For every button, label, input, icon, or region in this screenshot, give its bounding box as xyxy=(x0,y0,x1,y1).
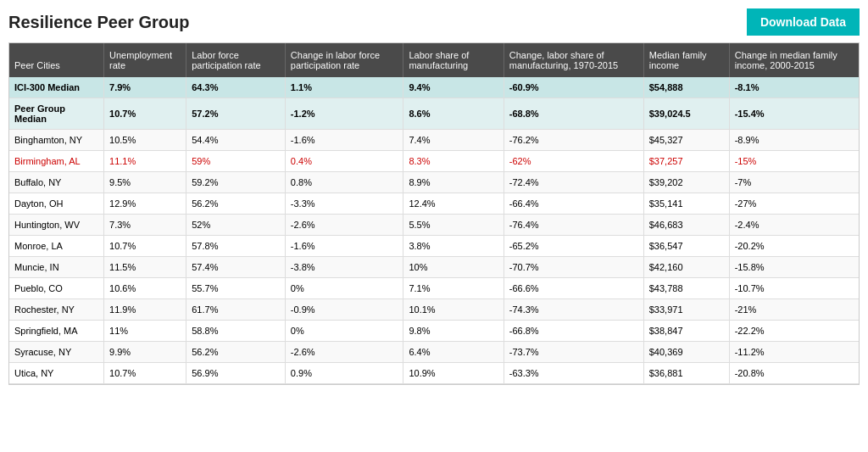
cell-change_income: -7% xyxy=(729,172,859,193)
cell-change_income: -10.7% xyxy=(729,278,859,299)
cell-lfp: 54.4% xyxy=(186,130,286,151)
cell-change_lfp: -1.2% xyxy=(285,98,403,130)
cell-median_income: $35,141 xyxy=(643,193,729,215)
table-header-row: Peer Cities Unemployment rate Labor forc… xyxy=(9,43,859,77)
cell-lfp: 57.8% xyxy=(186,236,286,257)
cell-change_labor: -66.8% xyxy=(504,321,643,342)
cell-labor_share: 9.8% xyxy=(403,321,504,342)
cell-city: Monroe, LA xyxy=(9,236,104,257)
cell-city: Syracuse, NY xyxy=(9,342,104,363)
cell-labor_share: 10% xyxy=(403,257,504,278)
cell-lfp: 61.7% xyxy=(186,299,286,321)
cell-unemployment: 10.7% xyxy=(104,98,186,130)
cell-median_income: $36,547 xyxy=(643,236,729,257)
cell-city: Peer Group Median xyxy=(9,98,104,130)
col-header-labor-share: Labor share of manufacturing xyxy=(403,43,504,77)
cell-change_labor: -65.2% xyxy=(504,236,643,257)
cell-unemployment: 11.9% xyxy=(104,299,186,321)
cell-labor_share: 9.4% xyxy=(403,77,504,98)
cell-change_income: -27% xyxy=(729,193,859,215)
cell-unemployment: 10.6% xyxy=(104,278,186,299)
table-row: ICI-300 Median7.9%64.3%1.1%9.4%-60.9%$54… xyxy=(9,77,859,98)
cell-labor_share: 3.8% xyxy=(403,236,504,257)
cell-city: Muncie, IN xyxy=(9,257,104,278)
table-row: Birmingham, AL11.1%59%0.4%8.3%-62%$37,25… xyxy=(9,151,859,172)
cell-change_labor: -68.8% xyxy=(504,98,643,130)
table-body: ICI-300 Median7.9%64.3%1.1%9.4%-60.9%$54… xyxy=(9,77,859,384)
cell-lfp: 59.2% xyxy=(186,172,286,193)
cell-change_income: -8.1% xyxy=(729,77,859,98)
cell-median_income: $36,881 xyxy=(643,363,729,384)
table-row: Huntington, WV7.3%52%-2.6%5.5%-76.4%$46,… xyxy=(9,215,859,236)
cell-city: Huntington, WV xyxy=(9,215,104,236)
cell-median_income: $43,788 xyxy=(643,278,729,299)
cell-change_income: -21% xyxy=(729,299,859,321)
col-header-change-income: Change in median family income, 2000-201… xyxy=(729,43,859,77)
data-table-container: Peer Cities Unemployment rate Labor forc… xyxy=(8,42,860,385)
table-row: Binghamton, NY10.5%54.4%-1.6%7.4%-76.2%$… xyxy=(9,130,859,151)
cell-change_lfp: 1.1% xyxy=(285,77,403,98)
cell-city: ICI-300 Median xyxy=(9,77,104,98)
table-row: Peer Group Median10.7%57.2%-1.2%8.6%-68.… xyxy=(9,98,859,130)
col-header-change-lfp: Change in labor force participation rate xyxy=(285,43,403,77)
cell-city: Pueblo, CO xyxy=(9,278,104,299)
cell-change_income: -2.4% xyxy=(729,215,859,236)
cell-change_lfp: -1.6% xyxy=(285,130,403,151)
cell-change_lfp: -3.8% xyxy=(285,257,403,278)
data-table: Peer Cities Unemployment rate Labor forc… xyxy=(9,43,859,384)
table-row: Rochester, NY11.9%61.7%-0.9%10.1%-74.3%$… xyxy=(9,299,859,321)
cell-labor_share: 8.9% xyxy=(403,172,504,193)
cell-change_labor: -73.7% xyxy=(504,342,643,363)
cell-lfp: 52% xyxy=(186,215,286,236)
cell-labor_share: 8.3% xyxy=(403,151,504,172)
cell-median_income: $46,683 xyxy=(643,215,729,236)
download-button[interactable]: Download Data xyxy=(747,8,860,36)
cell-change_lfp: -3.3% xyxy=(285,193,403,215)
cell-lfp: 56.2% xyxy=(186,193,286,215)
cell-change_income: -20.2% xyxy=(729,236,859,257)
table-row: Buffalo, NY9.5%59.2%0.8%8.9%-72.4%$39,20… xyxy=(9,172,859,193)
cell-median_income: $54,888 xyxy=(643,77,729,98)
cell-unemployment: 7.9% xyxy=(104,77,186,98)
cell-unemployment: 9.5% xyxy=(104,172,186,193)
table-row: Monroe, LA10.7%57.8%-1.6%3.8%-65.2%$36,5… xyxy=(9,236,859,257)
cell-median_income: $40,369 xyxy=(643,342,729,363)
cell-labor_share: 5.5% xyxy=(403,215,504,236)
cell-lfp: 56.9% xyxy=(186,363,286,384)
cell-labor_share: 10.1% xyxy=(403,299,504,321)
col-header-city: Peer Cities xyxy=(9,43,104,77)
cell-change_labor: -76.2% xyxy=(504,130,643,151)
cell-change_labor: -60.9% xyxy=(504,77,643,98)
cell-city: Buffalo, NY xyxy=(9,172,104,193)
page-header: Resilience Peer Group Download Data xyxy=(8,8,860,36)
table-row: Dayton, OH12.9%56.2%-3.3%12.4%-66.4%$35,… xyxy=(9,193,859,215)
cell-lfp: 57.2% xyxy=(186,98,286,130)
table-row: Muncie, IN11.5%57.4%-3.8%10%-70.7%$42,16… xyxy=(9,257,859,278)
cell-change_labor: -66.4% xyxy=(504,193,643,215)
cell-unemployment: 10.5% xyxy=(104,130,186,151)
cell-unemployment: 11.1% xyxy=(104,151,186,172)
cell-city: Utica, NY xyxy=(9,363,104,384)
cell-labor_share: 6.4% xyxy=(403,342,504,363)
col-header-median-income: Median family income xyxy=(643,43,729,77)
cell-city: Dayton, OH xyxy=(9,193,104,215)
cell-change_lfp: -1.6% xyxy=(285,236,403,257)
cell-change_lfp: 0% xyxy=(285,321,403,342)
cell-lfp: 64.3% xyxy=(186,77,286,98)
cell-change_labor: -72.4% xyxy=(504,172,643,193)
cell-median_income: $45,327 xyxy=(643,130,729,151)
cell-lfp: 59% xyxy=(186,151,286,172)
cell-change_labor: -63.3% xyxy=(504,363,643,384)
cell-change_lfp: 0.4% xyxy=(285,151,403,172)
cell-labor_share: 7.1% xyxy=(403,278,504,299)
table-row: Utica, NY10.7%56.9%0.9%10.9%-63.3%$36,88… xyxy=(9,363,859,384)
cell-change_income: -15.8% xyxy=(729,257,859,278)
table-row: Springfield, MA11%58.8%0%9.8%-66.8%$38,8… xyxy=(9,321,859,342)
page-title: Resilience Peer Group xyxy=(8,13,189,32)
cell-median_income: $37,257 xyxy=(643,151,729,172)
cell-labor_share: 8.6% xyxy=(403,98,504,130)
cell-change_income: -15.4% xyxy=(729,98,859,130)
cell-city: Rochester, NY xyxy=(9,299,104,321)
cell-change_lfp: 0.8% xyxy=(285,172,403,193)
cell-unemployment: 9.9% xyxy=(104,342,186,363)
